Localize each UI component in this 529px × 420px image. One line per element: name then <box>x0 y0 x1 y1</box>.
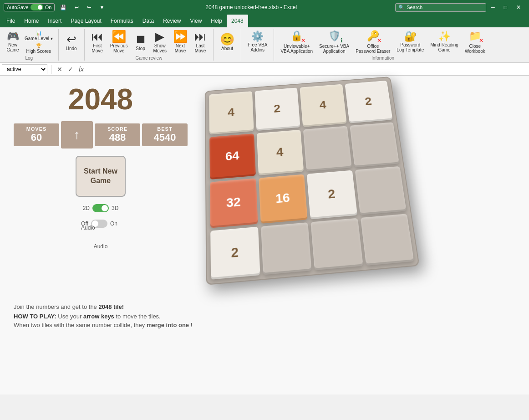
ribbon-info-buttons: 🔒 ✕ Unviewable+VBA Application 🛡️ ℹ Secu… <box>278 29 488 55</box>
stop-button[interactable]: ⏹ Stop <box>132 29 150 55</box>
tile: 4 <box>300 84 346 127</box>
close-workbook-icon: 📁 ✕ <box>468 30 482 43</box>
about-button[interactable]: 😊 About <box>217 29 237 55</box>
tile: 64 <box>209 133 255 179</box>
ribbon-review-buttons: ⏮ FirstMove ⏪ PreviousMove ⏹ Stop ▶ Show… <box>88 29 209 55</box>
tile: 4 <box>256 129 304 175</box>
stats-bar: MOVES 60 ↑ SCORE 488 BEST 4540 <box>14 121 188 149</box>
audio-label: Audio <box>81 225 95 231</box>
undo-icon: ↩ <box>66 33 76 45</box>
tile: 4 <box>209 91 254 134</box>
menu-help[interactable]: Help <box>206 15 227 27</box>
free-vba-icon: ⚙️ <box>251 31 264 41</box>
redo-title-button[interactable]: ↪ <box>84 4 94 11</box>
best-value: 4540 <box>151 132 178 143</box>
title-bar-right: 🔍 Search ─ □ ✕ <box>395 2 525 12</box>
ribbon-undo-buttons: ↩ Undo <box>62 29 81 60</box>
first-move-button[interactable]: ⏮ FirstMove <box>88 29 107 55</box>
formula-bar-divider <box>51 65 51 74</box>
menu-page-layout[interactable]: Page Layout <box>66 15 106 27</box>
mind-reading-button[interactable]: ✨ Mind ReadingGame <box>427 29 461 55</box>
undo-button[interactable]: ↩ Undo <box>62 29 81 55</box>
secure-vba-button[interactable]: 🛡️ ℹ Secure++ VBAApplication <box>316 29 352 55</box>
howto-text2: to move the tiles. <box>114 313 161 320</box>
autosave-badge[interactable]: AutoSave On <box>4 3 55 11</box>
2d-label: 2D <box>83 205 90 211</box>
audio-label-below: Audio <box>94 243 108 250</box>
menu-home[interactable]: Home <box>20 15 43 27</box>
menu-view[interactable]: View <box>186 15 207 27</box>
last-move-icon: ⏭ <box>194 31 206 42</box>
autosave-state: On <box>45 5 52 10</box>
menu-insert[interactable]: Insert <box>43 15 66 27</box>
howto-text: Use your <box>56 313 83 320</box>
instructions-line1: Join the numbers and get to the <box>14 303 98 310</box>
customize-button[interactable]: ▼ <box>97 4 107 11</box>
new-game-icon: 🎮 <box>7 31 19 41</box>
title-bar-left: AutoSave On 💾 ↩ ↪ ▼ <box>4 3 107 11</box>
confirm-formula-button[interactable]: ✓ <box>66 65 75 74</box>
high-scores-icon: 🏆 <box>36 43 41 48</box>
start-new-game-button[interactable]: Start New Game <box>76 156 126 197</box>
up-arrow-button[interactable]: ↑ <box>61 121 93 149</box>
password-log-button[interactable]: 🔐 PasswordLog Template <box>394 29 427 55</box>
ribbon-group-undo: ↩ Undo <box>62 29 85 61</box>
game-level-icon: 📊 <box>36 31 41 36</box>
free-vba-button[interactable]: ⚙️ Free VBAAddins <box>245 29 270 55</box>
close-button[interactable]: ✕ <box>512 2 525 12</box>
game-level-button[interactable]: 📊 Game Level ▾ <box>23 29 55 42</box>
high-scores-button[interactable]: 🏆 High Scores <box>23 42 55 55</box>
menu-data[interactable]: Data <box>138 15 158 27</box>
menu-review[interactable]: Review <box>158 15 185 27</box>
secure-vba-icon: 🛡️ ℹ <box>327 30 341 43</box>
main-content: 2048 MOVES 60 ↑ SCORE 488 BEST 4540 <box>0 76 529 394</box>
merge-text1: When two tiles with the same number coll… <box>14 322 147 328</box>
close-workbook-button[interactable]: 📁 ✕ CloseWorkbook <box>462 29 488 55</box>
insert-function-button[interactable]: fx <box>77 65 86 74</box>
minimize-button[interactable]: ─ <box>486 2 499 12</box>
review-group-label: Game review <box>88 55 209 61</box>
about-group-label <box>217 60 237 61</box>
ribbon-group-log-buttons: 🎮 NewGame 📊 Game Level ▾ 🏆 High Scores <box>4 29 55 55</box>
password-log-icon: 🔐 <box>404 31 417 41</box>
menu-2048[interactable]: 2048 <box>227 15 248 27</box>
autosave-toggle[interactable] <box>31 4 43 10</box>
autosave-label: AutoSave <box>7 5 29 10</box>
search-box[interactable]: 🔍 Search <box>395 3 486 12</box>
tile: 2 <box>307 170 357 219</box>
unviewable-vba-button[interactable]: 🔒 ✕ Unviewable+VBA Application <box>278 29 315 55</box>
moves-stat: MOVES 60 <box>14 123 59 146</box>
menu-file[interactable]: File <box>2 15 20 27</box>
instructions-bold: 2048 tile! <box>98 303 124 310</box>
2d-3d-toggle[interactable] <box>92 204 109 212</box>
tile: 2 <box>345 81 393 123</box>
show-moves-button[interactable]: ▶ ShowMoves <box>151 29 169 55</box>
board-container: 4242644321622 <box>206 71 461 294</box>
search-icon: 🔍 <box>398 5 405 10</box>
new-game-ribbon-button[interactable]: 🎮 NewGame <box>4 29 22 55</box>
undo-title-button[interactable]: ↩ <box>72 4 81 11</box>
log-group-label: Log <box>4 55 55 61</box>
office-password-button[interactable]: 🔑 ✕ OfficePassword Eraser <box>353 29 393 55</box>
tile <box>310 218 363 270</box>
previous-move-button[interactable]: ⏪ PreviousMove <box>107 29 131 55</box>
info-group-label: Information <box>278 55 488 61</box>
maximize-button[interactable]: □ <box>499 2 512 12</box>
name-box[interactable]: active <box>2 64 47 74</box>
unviewable-icon: 🔒 ✕ <box>290 30 304 43</box>
menu-bar: File Home Insert Page Layout Formulas Da… <box>0 15 529 27</box>
instructions: Join the numbers and get to the 2048 til… <box>14 303 515 328</box>
menu-formulas[interactable]: Formulas <box>106 15 138 27</box>
last-move-button[interactable]: ⏭ LastMove <box>191 29 209 55</box>
cancel-formula-button[interactable]: ✕ <box>55 65 64 74</box>
ribbon-group-log: 🎮 NewGame 📊 Game Level ▾ 🏆 High Scores L… <box>4 29 59 61</box>
tile: 2 <box>210 226 260 280</box>
tile <box>303 126 352 171</box>
ribbon-group-vba: ⚙️ Free VBAAddins <box>245 29 274 61</box>
howto-arrow: arrow keys <box>83 313 114 320</box>
save-button[interactable]: 💾 <box>57 4 69 11</box>
tile <box>350 122 399 168</box>
next-move-button[interactable]: ⏩ NextMove <box>170 29 190 55</box>
merge-bold: merge into one <box>147 322 189 328</box>
board-3d: 4242644321622 <box>205 75 452 306</box>
